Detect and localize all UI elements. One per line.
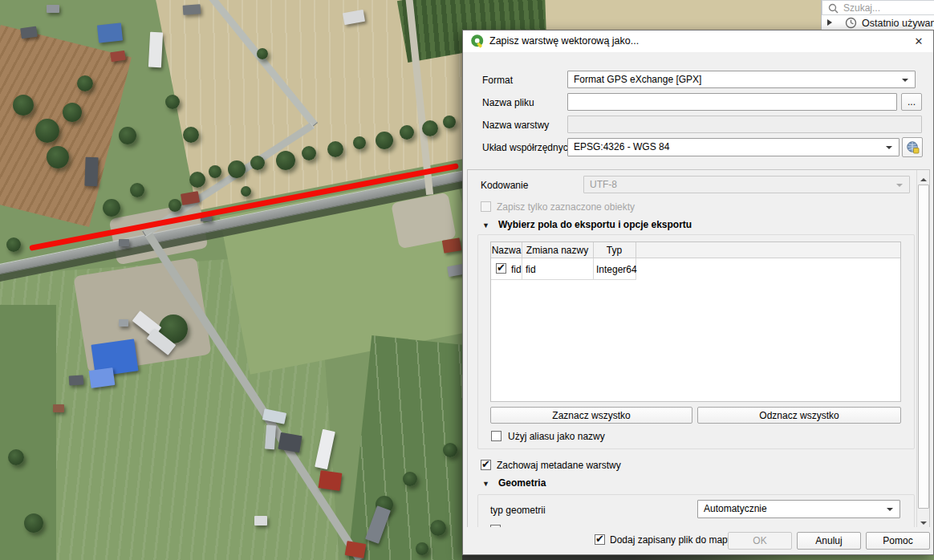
building <box>110 51 125 62</box>
fields-table-header: Nazwa Zmiana nazwy Typ <box>491 242 900 258</box>
building <box>319 470 343 491</box>
options-scroll-area: Kodowanie UTF-8 Zapisz tylko zaznaczone … <box>467 169 930 529</box>
tree <box>376 132 393 149</box>
close-icon[interactable]: ✕ <box>912 34 926 49</box>
ok-button: OK <box>728 532 792 550</box>
tree <box>13 95 34 116</box>
scroll-up-icon[interactable] <box>917 170 930 184</box>
geometry-section-header[interactable]: Geometria <box>498 477 546 489</box>
column-header[interactable]: Typ <box>593 245 636 256</box>
fields-section-header[interactable]: Wybierz pola do eksportu i opcje eksport… <box>498 219 692 230</box>
tree <box>6 237 21 252</box>
save-selected-label: Zapisz tylko zaznaczone obiekty <box>497 201 635 213</box>
recent-label: Ostatnio używane <box>862 18 934 29</box>
qgis-logo-icon <box>470 34 485 49</box>
filename-input[interactable] <box>567 93 897 111</box>
collapse-arrow-icon[interactable]: ▼ <box>482 221 489 229</box>
tree <box>403 472 417 486</box>
search-input[interactable] <box>842 2 930 14</box>
tree <box>165 95 180 109</box>
dialog-titlebar[interactable]: Zapisz warstwę wektorową jako... ✕ <box>463 30 933 52</box>
geometry-type-select[interactable]: Automatycznie <box>697 500 900 518</box>
save-selected-checkbox <box>481 201 491 212</box>
tree <box>302 146 316 160</box>
tree <box>8 449 24 465</box>
cell-rename[interactable]: fid <box>526 264 536 275</box>
building <box>265 425 276 450</box>
building <box>53 404 64 412</box>
tree <box>241 186 251 197</box>
tree <box>169 199 181 212</box>
building <box>119 319 128 327</box>
building <box>278 432 302 452</box>
tree <box>257 48 268 59</box>
tree <box>353 136 366 149</box>
crs-select[interactable]: EPSG:4326 - WGS 84 <box>567 138 899 156</box>
collapse-arrow-icon[interactable]: ▼ <box>482 480 489 488</box>
building <box>97 22 123 43</box>
tree <box>47 146 69 168</box>
browser-panel: Ostatnio używane <box>821 0 934 30</box>
select-all-button[interactable]: Zaznacz wszystko <box>490 407 692 424</box>
browse-button[interactable]: ... <box>901 93 922 111</box>
globe-edit-icon <box>906 140 920 154</box>
tree <box>443 443 457 457</box>
building-blue-tarp <box>89 367 116 388</box>
layername-label: Nazwa warstwy <box>482 120 549 131</box>
layername-input <box>567 116 922 133</box>
add-to-map-checkbox[interactable] <box>595 534 605 545</box>
metadata-label: Zachowaj metadane warstwy <box>497 460 621 471</box>
tree <box>119 127 136 144</box>
metadata-checkbox[interactable] <box>481 460 491 470</box>
building <box>84 157 98 187</box>
scroll-down-icon[interactable] <box>917 514 930 528</box>
browser-item-recent[interactable]: Ostatnio używane <box>822 15 934 30</box>
save-vector-layer-dialog: Zapisz warstwę wektorową jako... ✕ Forma… <box>462 30 934 555</box>
building <box>345 541 367 558</box>
clock-icon <box>845 17 857 29</box>
help-button[interactable]: Pomoc <box>866 532 930 550</box>
tree <box>189 172 205 188</box>
tree <box>228 160 246 178</box>
tree <box>183 127 199 143</box>
column-header[interactable]: Nazwa <box>491 245 522 256</box>
search-icon <box>828 3 839 14</box>
expand-arrow-icon[interactable] <box>827 19 832 26</box>
building <box>69 375 84 385</box>
building <box>254 516 267 526</box>
format-label: Format <box>482 75 513 86</box>
tree <box>24 513 43 533</box>
table-row[interactable]: fid fid Integer64 <box>491 258 636 280</box>
building <box>183 4 201 15</box>
tree <box>416 542 428 555</box>
column-header[interactable]: Zmiana nazwy <box>522 245 593 256</box>
format-select[interactable]: Format GPS eXchange [GPX] <box>567 71 916 88</box>
cancel-button[interactable]: Anuluj <box>797 532 861 550</box>
tree <box>103 199 120 217</box>
crs-picker-button[interactable] <box>902 137 923 157</box>
add-to-map-label: Dodaj zapisany plik do mapy <box>610 534 733 546</box>
building <box>20 26 38 39</box>
scrollbar[interactable] <box>916 170 929 528</box>
row-checkbox[interactable] <box>496 263 506 274</box>
tree <box>276 151 295 170</box>
tree <box>327 141 343 157</box>
geometry-type-label: typ geometrii <box>490 505 546 516</box>
tree <box>422 120 438 136</box>
tree <box>443 116 456 128</box>
encoding-label: Kodowanie <box>481 180 528 191</box>
tree <box>209 165 221 178</box>
alias-checkbox[interactable] <box>491 431 502 441</box>
crs-label: Układ współrzędnych <box>482 142 573 153</box>
tree <box>63 103 82 122</box>
browser-search <box>822 0 934 15</box>
tree <box>400 125 414 140</box>
qgis-screen: Ostatnio używane Zapisz warstwę wektorow… <box>0 0 934 560</box>
fields-table[interactable]: Nazwa Zmiana nazwy Typ fid fid Integer64 <box>490 241 901 402</box>
building <box>47 5 59 13</box>
deselect-all-button[interactable]: Odznacz wszystko <box>697 407 901 424</box>
scrollbar-thumb[interactable] <box>918 185 929 509</box>
building <box>148 32 163 68</box>
tree <box>130 183 144 197</box>
tree <box>250 156 265 170</box>
